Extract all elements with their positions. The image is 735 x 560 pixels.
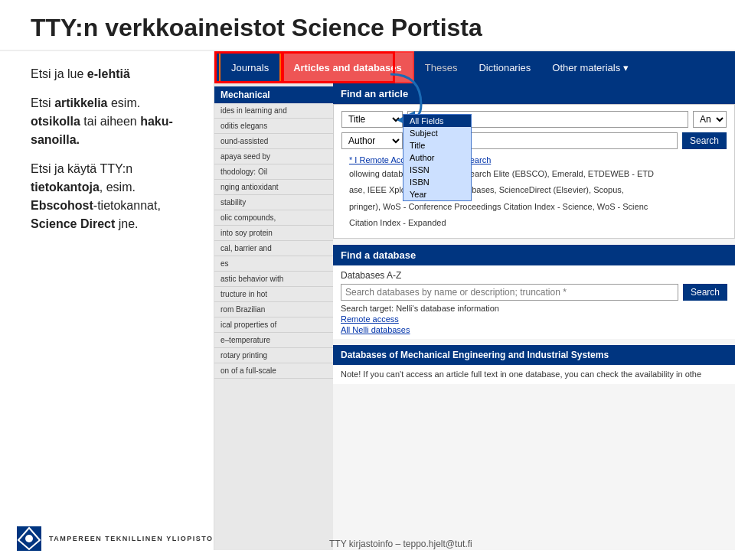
text-tietokannat: Etsi ja käytä TTY:n tietokantoja, esim. <box>31 160 198 197</box>
section-journals: Etsi ja lue e-lehtiä <box>31 65 198 83</box>
dropdown-item-issn[interactable]: ISSN <box>403 164 471 176</box>
page-header: TTY:n verkkoaineistot Science Portista <box>0 0 735 51</box>
field-select-2[interactable]: Author <box>341 132 403 149</box>
right-content: Find an article Title And Or <box>333 83 735 550</box>
nav-bar: Journals Articles and databases Theses D… <box>214 51 735 83</box>
tab-articles-databases[interactable]: Articles and databases <box>281 51 414 83</box>
text-e-lehti: Etsi ja lue e-lehtiä <box>31 65 198 83</box>
list-item: tructure in hot <box>214 287 333 302</box>
search-target-value: Nelli's database information <box>396 304 499 313</box>
dropdown-item-title[interactable]: Title <box>403 139 471 151</box>
dropdown-item-year[interactable]: Year <box>403 188 471 200</box>
main-layout: Etsi ja lue e-lehtiä Etsi artikkelia esi… <box>0 51 735 550</box>
list-item: stability <box>214 195 333 210</box>
text-otsikolla: otsikolla tai aiheen haku-sanoilla. <box>31 112 198 149</box>
db-form: Databases A-Z Search Search target: Nell… <box>333 265 735 339</box>
db-search-target: Search target: Nelli's database informat… <box>341 304 727 313</box>
list-item: apaya seed by <box>214 149 333 164</box>
tab-theses[interactable]: Theses <box>414 51 469 83</box>
db-info-1: ollowing databases: Academic Search Elit… <box>341 166 727 182</box>
list-item: olic compounds, <box>214 210 333 226</box>
db-search-input[interactable] <box>341 284 678 301</box>
db-links: Remote access All Nelli databases <box>341 314 727 334</box>
db-info-3: pringer), WoS - Conference Proceedings C… <box>341 199 727 215</box>
db-az-label: Databases A-Z <box>341 270 727 281</box>
dropdown-item-subject[interactable]: Subject <box>403 127 471 139</box>
text-ebscohost: Ebscohost-tietokannat, Science Direct jn… <box>31 197 198 233</box>
db-me-note: Note! If you can't access an article ful… <box>333 365 735 384</box>
article-list: Mechanical ides in learning and oditis e… <box>214 83 333 550</box>
search-links: * I Remote Access I Advanced Search <box>341 154 727 166</box>
section-databases: Etsi ja käytä TTY:n tietokantoja, esim. … <box>31 160 198 233</box>
tab-other-materials[interactable]: Other materials ▾ <box>541 51 639 83</box>
find-article-header: Find an article <box>333 83 735 104</box>
section-articles: Etsi artikkelia esim. otsikolla tai aihe… <box>31 94 198 149</box>
db-me-header: Databases of Mechanical Engineering and … <box>333 345 735 365</box>
logo-text: TAMPEREEN TEKNILLINEN YLIOPISTO <box>49 535 214 542</box>
search-row-1: Title And Or <box>341 111 727 128</box>
list-item: cal, barrier and <box>214 241 333 256</box>
dropdown-item-author[interactable]: Author <box>403 151 471 164</box>
all-nelli-link[interactable]: All Nelli databases <box>341 325 727 334</box>
dropdown-item-all-fields[interactable]: All Fields <box>403 115 471 127</box>
right-panel: Journals Articles and databases Theses D… <box>214 51 735 550</box>
search-button[interactable]: Search <box>682 132 727 149</box>
list-item: ides in learning and <box>214 103 333 119</box>
page-title: TTY:n verkkoaineistot Science Portista <box>31 14 704 42</box>
list-item: rotary printing <box>214 348 333 363</box>
list-item: astic behavior with <box>214 272 333 287</box>
svg-point-2 <box>25 535 33 542</box>
list-item: into soy protein <box>214 226 333 241</box>
db-info-4: Citation Index - Expanded <box>341 215 727 231</box>
search-row-2: Author Search <box>341 132 727 149</box>
left-panel: Etsi ja lue e-lehtiä Etsi artikkelia esi… <box>0 51 214 550</box>
list-item: es <box>214 256 333 272</box>
tab-dictionaries[interactable]: Dictionaries <box>468 51 541 83</box>
field-select-1[interactable]: Title <box>341 111 403 128</box>
footer-text: TTY kirjastoinfo – teppo.hjelt@tut.fi <box>329 539 472 549</box>
list-item: ical properties of <box>214 317 333 333</box>
list-item: oditis elegans <box>214 119 333 134</box>
content-area: Mechanical ides in learning and oditis e… <box>214 83 735 550</box>
dropdown-item-isbn[interactable]: ISBN <box>403 176 471 188</box>
logo-area: TAMPEREEN TEKNILLINEN YLIOPISTO <box>15 525 214 552</box>
list-item: e–temperature <box>214 333 333 348</box>
search-form: Title And Or Author Se <box>333 104 735 239</box>
article-list-header: Mechanical <box>214 86 333 103</box>
db-search-row: Search <box>341 284 727 301</box>
list-item: ound-assisted <box>214 134 333 149</box>
find-database-header: Find a database <box>333 245 735 265</box>
connector-select[interactable]: And Or <box>693 111 727 128</box>
list-item: on of a full-scale <box>214 363 333 379</box>
list-item: thodology: Oil <box>214 164 333 180</box>
field-dropdown[interactable]: All Fields Subject Title Author ISSN ISB… <box>403 114 472 201</box>
search-target-label: Search target: <box>341 304 394 313</box>
remote-access-db-link[interactable]: Remote access <box>341 314 727 324</box>
db-info-2: ase, IEEE Xplore, Proquest Databases, Sc… <box>341 182 727 198</box>
tab-journals[interactable]: Journals <box>219 51 281 83</box>
university-logo-icon <box>15 525 43 552</box>
list-item: nging antioxidant <box>214 180 333 195</box>
db-search-button[interactable]: Search <box>683 284 727 301</box>
text-artikkelia: Etsi artikkelia esim. <box>31 94 198 112</box>
list-item: rom Brazilian <box>214 302 333 317</box>
